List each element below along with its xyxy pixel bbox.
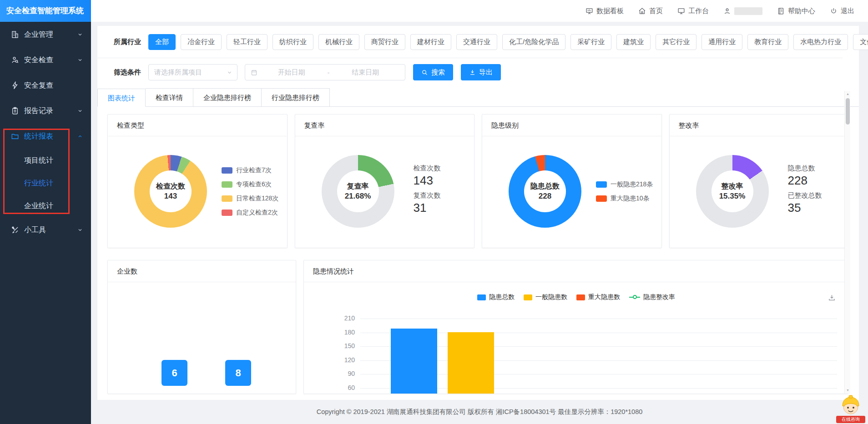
nav-logout[interactable]: 退出 — [830, 7, 854, 15]
card-check-type: 检查类型 检查次数 143 行业检查7次 专项检查6次 日常检查128次 — [107, 114, 288, 248]
card-danger-stats: 隐患情况统计 隐患总数 一般隐患数 重大隐患数 隐患整改率 2101801501… — [303, 260, 849, 394]
y-axis-tick-label: 150 — [331, 342, 355, 349]
scrollbar-thumb[interactable] — [846, 98, 850, 125]
industry-button[interactable]: 建筑业 — [616, 34, 651, 50]
industry-button[interactable]: 水电热力行业 — [793, 34, 848, 50]
nav-user[interactable] — [723, 7, 762, 15]
tab-enterprise-danger-ranking[interactable]: 企业隐患排行榜 — [193, 88, 262, 106]
sidebar-item-statistics-reports[interactable]: 统计报表 — [0, 124, 91, 149]
sidebar-item-label: 安全检查 — [24, 55, 77, 65]
legend-label: 隐患总数 — [489, 293, 515, 301]
industry-button[interactable]: 通用行业 — [701, 34, 742, 50]
legend-label: 日常检查128次 — [236, 195, 278, 203]
industry-button-all[interactable]: 全部 — [148, 34, 176, 50]
industry-button[interactable]: 文体娱乐 — [853, 34, 868, 50]
legend-item[interactable]: 隐患总数 — [477, 293, 515, 301]
stat-label: 复查次数 — [414, 191, 441, 200]
industry-button[interactable]: 建材行业 — [410, 34, 451, 50]
building-icon — [11, 30, 19, 39]
legend-item[interactable]: 重大隐患数 — [576, 293, 620, 301]
vertical-scrollbar[interactable]: ▲ ▼ — [844, 91, 850, 394]
danger-level-donut-chart: 隐患总数 228 — [509, 155, 581, 228]
sidebar-item-label: 统计报表 — [24, 132, 77, 141]
donut-center: 隐患总数 228 — [524, 170, 566, 212]
industry-button[interactable]: 其它行业 — [656, 34, 696, 50]
sidebar-subitem-project-stats[interactable]: 项目统计 — [0, 149, 91, 172]
card-title: 企业数 — [108, 260, 296, 282]
legend-item[interactable]: 一般隐患数 — [524, 293, 567, 301]
sidebar: 安全检查智能管理系统 企业管理 安全检查 安全复查 报告记录 统计报表 项目统计… — [0, 0, 91, 424]
sidebar-subitem-enterprise-stats[interactable]: 企业统计 — [0, 195, 91, 217]
industry-button[interactable]: 轻工行业 — [227, 34, 267, 50]
card-danger-level: 隐患级别 隐患总数 228 一般隐患218条 重大隐患10条 — [482, 114, 662, 248]
sidebar-item-label: 报告记录 — [24, 106, 77, 116]
inspection-icon — [11, 56, 19, 64]
legend-swatch — [596, 195, 607, 202]
legend-item: 日常检查128次 — [222, 195, 278, 203]
scrollbar-up-arrow[interactable]: ▲ — [845, 91, 851, 97]
bottom-cards-row: 企业数 6 8 隐患情况统计 隐患总数 一般隐患数 重大隐患数 隐患整改率 — [107, 260, 849, 394]
home-icon — [638, 7, 646, 15]
user-icon — [723, 7, 731, 15]
save-chart-image-icon[interactable] — [828, 294, 836, 304]
sidebar-item-report-records[interactable]: 报告记录 — [0, 98, 91, 124]
sidebar-item-enterprise-mgmt[interactable]: 企业管理 — [0, 22, 91, 47]
industry-button[interactable]: 纺织行业 — [273, 34, 313, 50]
export-button[interactable]: 导出 — [461, 64, 501, 80]
sidebar-item-tools[interactable]: 小工具 — [0, 217, 91, 243]
help-icon — [777, 7, 785, 15]
sidebar-item-safety-inspection[interactable]: 安全检查 — [0, 47, 91, 73]
chevron-down-icon — [77, 32, 83, 37]
line-marker-icon — [629, 297, 640, 298]
main-content: 所属行业 全部 冶金行业 轻工行业 纺织行业 机械行业 商贸行业 建材行业 交通… — [91, 22, 868, 400]
industry-button[interactable]: 机械行业 — [318, 34, 359, 50]
project-select-placeholder: 请选择所属项目 — [154, 68, 227, 77]
stat-value: 31 — [414, 201, 441, 215]
legend-label: 专项检查6次 — [236, 180, 272, 189]
stat-value: 143 — [414, 174, 441, 188]
search-button[interactable]: 搜索 — [413, 64, 453, 80]
legend-item: 专项检查6次 — [222, 180, 278, 189]
legend-swatch — [524, 294, 532, 300]
folder-icon — [11, 132, 19, 140]
footer: Copyright © 2019-2021 湖南展通科技集团有限公司 版权所有 … — [91, 400, 868, 424]
industry-button[interactable]: 交通行业 — [456, 34, 497, 50]
bar-一般隐患数 — [448, 332, 494, 394]
chevron-down-icon — [77, 108, 83, 114]
start-date-placeholder: 开始日期 — [257, 68, 326, 77]
industry-button[interactable]: 冶金行业 — [181, 34, 222, 50]
industry-filter-label: 所属行业 — [114, 38, 141, 46]
chevron-up-icon — [77, 134, 83, 139]
nav-workbench[interactable]: 工作台 — [677, 7, 709, 15]
power-icon — [830, 7, 838, 15]
nav-data-dashboard[interactable]: 数据看板 — [585, 7, 624, 15]
donut-cards-row: 检查类型 检查次数 143 行业检查7次 专项检查6次 日常检查128次 — [107, 114, 849, 248]
legend-label: 重大隐患数 — [588, 293, 620, 301]
chevron-down-icon — [77, 57, 83, 63]
industry-button[interactable]: 教育行业 — [747, 34, 788, 50]
sidebar-item-safety-review[interactable]: 安全复查 — [0, 73, 91, 98]
industry-button[interactable]: 商贸行业 — [364, 34, 405, 50]
project-select[interactable]: 请选择所属项目 — [148, 64, 237, 80]
legend-item[interactable]: 隐患整改率 — [629, 293, 675, 301]
sidebar-subitem-industry-stats[interactable]: 行业统计 — [0, 172, 91, 195]
legend-swatch — [222, 181, 232, 188]
nav-help-center[interactable]: 帮助中心 — [777, 7, 815, 15]
donut-center: 检查次数 143 — [150, 170, 192, 212]
industry-button[interactable]: 采矿行业 — [570, 34, 611, 50]
tab-inspection-details[interactable]: 检查详情 — [146, 88, 193, 106]
industry-button[interactable]: 化工/危险化学品 — [502, 34, 565, 50]
tab-chart-statistics[interactable]: 图表统计 — [97, 89, 146, 107]
company-count-block: 8 — [225, 360, 251, 386]
online-service-widget[interactable]: 在线咨询 — [836, 394, 865, 423]
export-button-label: 导出 — [479, 68, 493, 77]
nav-home[interactable]: 首页 — [638, 7, 663, 15]
dashboard-icon — [585, 7, 593, 15]
stat-value: 35 — [788, 201, 822, 215]
legend-label: 一般隐患218条 — [611, 180, 653, 189]
date-range-picker[interactable]: 开始日期 - 结束日期 — [245, 64, 405, 80]
tab-industry-danger-ranking[interactable]: 行业隐患排行榜 — [262, 88, 330, 106]
donut-center-label: 复查率 — [347, 182, 369, 191]
app-title: 安全检查智能管理系统 — [0, 0, 91, 22]
scrollbar-down-arrow[interactable]: ▼ — [845, 387, 851, 394]
